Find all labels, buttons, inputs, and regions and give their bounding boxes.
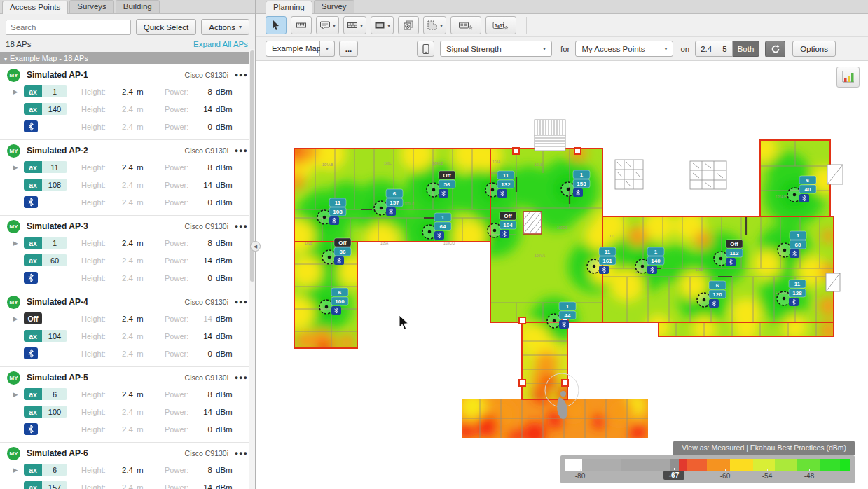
expand-chevron-icon[interactable]: ▶ <box>7 467 24 474</box>
caret-down-icon: ▾ <box>239 24 242 30</box>
height-value: 2.4 <box>115 483 133 489</box>
map-select-value[interactable]: Example Map <box>266 41 320 57</box>
power-value: 0 <box>197 274 212 282</box>
power-value: 14 <box>197 256 212 265</box>
caret-down-icon: ▾ <box>333 22 336 29</box>
radio-ax-badge: ax <box>24 388 42 400</box>
quick-select-button[interactable]: Quick Select <box>136 19 197 35</box>
ap-menu-button[interactable]: ●●● <box>228 298 248 305</box>
ap-entry[interactable]: MYSimulated AP-2Cisco C9130i●●●▶ax11Heig… <box>0 140 255 216</box>
power-value: 14 <box>197 332 212 340</box>
channel-planner-tool[interactable]: 1611 <box>485 16 516 34</box>
tab-access-points[interactable]: Access Points <box>2 1 68 14</box>
report-chart-button[interactable] <box>836 67 860 88</box>
tab-surveys[interactable]: Surveys <box>69 0 114 13</box>
channel-planner-icon: 1611 <box>492 20 509 31</box>
tab-planning[interactable]: Planning <box>266 1 312 14</box>
map-canvas[interactable]: 104A/B106L104C/D103A1013100L/1105A103C/D… <box>256 61 868 489</box>
power-label: Power: <box>165 408 197 416</box>
svg-text:103A: 103A <box>492 160 501 164</box>
expand-chevron-icon[interactable]: ▶ <box>7 88 24 95</box>
ap-entry[interactable]: MYSimulated AP-5Cisco C9130i●●●▶ax6Heigh… <box>0 367 255 443</box>
svg-text:Off: Off <box>443 172 451 179</box>
visualization-select[interactable]: Signal Strength ▾ <box>440 41 552 57</box>
band-segmented-control: 2.4 5 Both <box>695 41 759 57</box>
device-view-button[interactable] <box>417 41 434 57</box>
radio-channel: 157 <box>42 481 67 489</box>
view-as-bar[interactable]: View as: Measured | Ekahau Best Practice… <box>673 441 855 455</box>
radio-badges: ax6 <box>24 388 69 400</box>
ap-entry[interactable]: MYSimulated AP-4Cisco C9130i●●●▶OffHeigh… <box>0 291 255 367</box>
height-unit: m <box>137 163 146 172</box>
legend-segment <box>679 459 687 471</box>
ap-menu-button[interactable]: ●●● <box>228 374 248 381</box>
radio-ax-badge: ax <box>24 179 42 191</box>
height-label: Height: <box>81 239 115 247</box>
radio-badges: Off <box>24 312 69 324</box>
height-value: 2.4 <box>115 88 133 96</box>
radio-off-badge: Off <box>24 312 42 324</box>
expand-chevron-icon[interactable]: ▶ <box>7 391 24 398</box>
ap-menu-button[interactable]: ●●● <box>228 71 248 78</box>
group-header-label: Example Map - 18 APs <box>10 54 88 62</box>
expand-chevron-icon[interactable]: ▶ <box>7 315 24 322</box>
tab-survey[interactable]: Survey <box>314 0 354 13</box>
map-more-button[interactable]: ... <box>339 41 358 57</box>
signal-legend[interactable]: -80-67-60-54-48 <box>560 455 855 483</box>
expand-all-link[interactable]: Expand All APs <box>193 40 248 48</box>
height-unit: m <box>137 123 146 131</box>
expand-chevron-icon[interactable]: ▶ <box>7 240 24 247</box>
map-group-header[interactable]: ▾Example Map - 18 APs <box>0 52 255 64</box>
legend-threshold-handle[interactable]: -67 <box>663 471 684 480</box>
options-button[interactable]: Options <box>792 41 836 57</box>
ap-filter-select[interactable]: My Access Points ▾ <box>575 41 673 57</box>
power-label: Power: <box>165 88 197 96</box>
copy-ap-tool[interactable] <box>398 16 419 34</box>
owner-badge: MY <box>7 296 20 309</box>
ap-entry[interactable]: MYSimulated AP-1Cisco C9130i●●●▶ax1Heigh… <box>0 64 255 140</box>
ap-entry[interactable]: MYSimulated AP-6Cisco C9130i●●●▶ax6Heigh… <box>0 443 255 489</box>
height-unit: m <box>137 239 146 247</box>
expand-chevron-icon[interactable]: ▶ <box>7 164 24 171</box>
select-tool[interactable] <box>266 16 287 34</box>
radio-channel: 104 <box>42 330 67 342</box>
map-workspace: Planning Survey ▾ ▾ ▾ <box>256 0 868 489</box>
radio-ax-badge: ax <box>24 237 42 249</box>
auto-place-aps-tool[interactable] <box>450 16 481 34</box>
height-label: Height: <box>81 88 115 96</box>
sidebar-scrollbar[interactable] <box>249 49 255 489</box>
radio-ax-badge: ax <box>24 85 42 97</box>
wall-tool[interactable]: ▾ <box>343 16 366 34</box>
refresh-button[interactable] <box>765 41 785 57</box>
ap-name: Simulated AP-2 <box>27 146 88 156</box>
refresh-icon <box>771 44 780 54</box>
ap-menu-button[interactable]: ●●● <box>228 450 248 457</box>
radio-row: ax100Height:2.4mPower:14dBm <box>7 403 248 420</box>
search-input[interactable] <box>6 20 131 35</box>
radio-row: Height:2.4mPower:0dBm <box>7 420 248 438</box>
power-value: 0 <box>197 198 212 207</box>
collapse-sidebar-button[interactable]: ◀ <box>250 241 261 252</box>
exclusion-area-tool[interactable]: ▾ <box>423 16 446 34</box>
radio-badges: ax157 <box>24 481 69 489</box>
svg-text:40: 40 <box>805 186 811 193</box>
radio-ax-badge: ax <box>24 330 42 342</box>
ap-menu-button[interactable]: ●●● <box>228 147 248 154</box>
actions-button[interactable]: Actions ▾ <box>201 19 249 35</box>
device-icon <box>422 43 430 55</box>
ruler-tool[interactable] <box>291 16 312 34</box>
band-2-4-button[interactable]: 2.4 <box>695 41 717 57</box>
ap-entry[interactable]: MYSimulated AP-3Cisco C9130i●●●▶ax1Heigh… <box>0 216 255 291</box>
band-5-button[interactable]: 5 <box>717 41 732 57</box>
note-tool[interactable]: ▾ <box>316 16 339 34</box>
ap-menu-button[interactable]: ●●● <box>228 223 248 230</box>
height-unit: m <box>137 483 146 489</box>
ekahau-planner-window: Access Points Surveys Building Quick Sel… <box>0 0 868 489</box>
band-both-button[interactable]: Both <box>733 41 760 57</box>
map-select-caret-button[interactable]: ▾ <box>320 41 335 57</box>
tab-building[interactable]: Building <box>116 0 160 13</box>
svg-text:11: 11 <box>794 281 801 287</box>
visualization-toolbar: Example Map ▾ ... Signal Strength ▾ for … <box>256 37 868 61</box>
svg-text:115B: 115B <box>696 268 703 272</box>
attenuation-area-tool[interactable]: ▾ <box>371 16 394 34</box>
